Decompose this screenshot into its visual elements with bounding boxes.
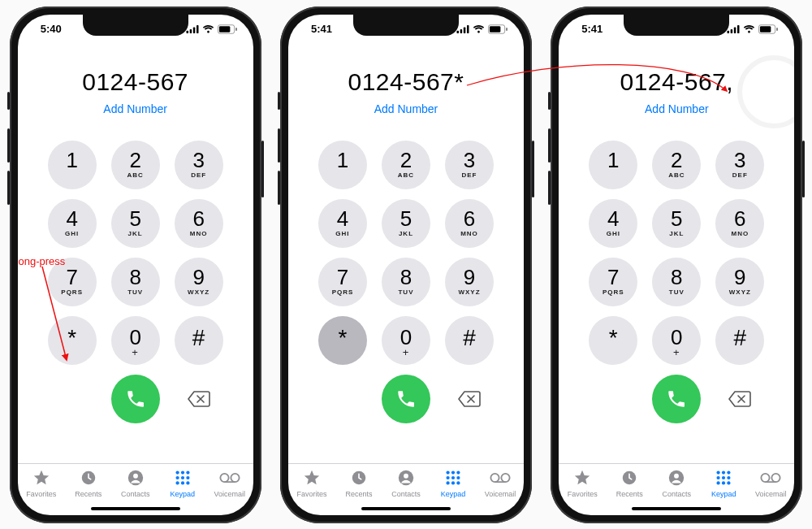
call-button[interactable] bbox=[652, 375, 701, 423]
svg-rect-24 bbox=[460, 29, 463, 33]
keypad-key-3[interactable]: 3DEF bbox=[715, 141, 764, 189]
keypad-key-0[interactable]: 0+ bbox=[111, 316, 160, 365]
keypad-key-hash[interactable]: # bbox=[445, 316, 494, 365]
keypad-key-7[interactable]: 7PQRS bbox=[318, 258, 367, 306]
iphone-frame-2: 5:41 0124-567* Add Number 12ABC3DEF4GHI5… bbox=[280, 7, 532, 523]
key-digit: 9 bbox=[464, 267, 475, 288]
tab-favorites[interactable]: Favorites bbox=[289, 469, 335, 498]
keypad-key-4[interactable]: 4GHI bbox=[589, 199, 637, 248]
keypad-key-0[interactable]: 0+ bbox=[652, 316, 701, 365]
key-letters: MNO bbox=[460, 230, 478, 238]
keypad-key-1[interactable]: 1 bbox=[48, 141, 97, 189]
keypad-key-9[interactable]: 9WXYZ bbox=[175, 258, 223, 306]
keypad-key-7[interactable]: 7PQRS bbox=[48, 258, 97, 306]
notch bbox=[83, 15, 188, 36]
call-button[interactable] bbox=[382, 375, 430, 423]
tab-keypad[interactable]: Keypad bbox=[160, 469, 205, 498]
keypad-key-5[interactable]: 5JKL bbox=[111, 199, 160, 248]
keypad-key-9[interactable]: 9WXYZ bbox=[715, 258, 764, 306]
key-digit: 1 bbox=[607, 150, 619, 171]
key-digit: 4 bbox=[337, 208, 348, 229]
recents-icon bbox=[350, 469, 368, 488]
tab-voicemail[interactable]: Voicemail bbox=[477, 469, 523, 498]
key-digit: 8 bbox=[671, 267, 682, 288]
svg-point-14 bbox=[181, 475, 184, 479]
svg-rect-25 bbox=[464, 27, 466, 33]
add-number-link[interactable]: Add Number bbox=[374, 102, 438, 115]
tab-favorites[interactable]: Favorites bbox=[559, 469, 605, 498]
tab-recents[interactable]: Recents bbox=[66, 469, 111, 498]
keypad-key-2[interactable]: 2ABC bbox=[652, 141, 701, 189]
keypad-key-3[interactable]: 3DEF bbox=[445, 141, 494, 189]
key-digit: 7 bbox=[607, 267, 619, 288]
key-letters: ABC bbox=[127, 171, 143, 180]
tab-favorites[interactable]: Favorites bbox=[19, 469, 64, 498]
svg-point-12 bbox=[186, 470, 189, 474]
key-letters: WXYZ bbox=[458, 288, 480, 297]
svg-rect-47 bbox=[734, 27, 736, 33]
tab-label: Favorites bbox=[26, 490, 56, 498]
call-button[interactable] bbox=[111, 375, 160, 423]
tab-keypad[interactable]: Keypad bbox=[430, 469, 476, 498]
tab-keypad[interactable]: Keypad bbox=[701, 469, 746, 498]
svg-point-37 bbox=[451, 475, 455, 479]
delete-button[interactable] bbox=[715, 375, 764, 423]
keypad-key-star[interactable]: * bbox=[48, 316, 97, 365]
keypad-key-6[interactable]: 6MNO bbox=[175, 199, 223, 248]
key-letters: TUV bbox=[127, 288, 143, 297]
key-digit: 9 bbox=[734, 267, 745, 288]
keypad-key-4[interactable]: 4GHI bbox=[48, 199, 97, 248]
svg-rect-3 bbox=[197, 25, 199, 33]
keypad-key-6[interactable]: 6MNO bbox=[445, 199, 494, 248]
keypad-key-hash[interactable]: # bbox=[715, 316, 764, 365]
key-letters: DEF bbox=[461, 171, 477, 180]
tab-recents[interactable]: Recents bbox=[607, 469, 652, 498]
keypad-key-8[interactable]: 8TUV bbox=[382, 258, 430, 306]
svg-rect-48 bbox=[737, 25, 740, 33]
key-digit: 5 bbox=[129, 208, 140, 229]
tab-label: Keypad bbox=[441, 490, 466, 498]
keypad-key-star[interactable]: * bbox=[589, 316, 637, 365]
svg-point-16 bbox=[175, 481, 179, 484]
keypad-key-5[interactable]: 5JKL bbox=[652, 199, 701, 248]
tab-label: Keypad bbox=[711, 490, 736, 498]
screen: 5:41 0124-567* Add Number 12ABC3DEF4GHI5… bbox=[288, 15, 524, 515]
keypad-key-6[interactable]: 6MNO bbox=[715, 199, 764, 248]
keypad-key-8[interactable]: 8TUV bbox=[111, 258, 160, 306]
keypad-key-5[interactable]: 5JKL bbox=[382, 199, 430, 248]
delete-button[interactable] bbox=[175, 375, 223, 423]
volume-down-button bbox=[7, 171, 10, 205]
keypad-key-8[interactable]: 8TUV bbox=[652, 258, 701, 306]
keypad-key-2[interactable]: 2ABC bbox=[382, 141, 430, 189]
tab-contacts[interactable]: Contacts bbox=[654, 469, 699, 498]
wifi-icon bbox=[473, 24, 485, 33]
keypad-key-7[interactable]: 7PQRS bbox=[589, 258, 637, 306]
svg-rect-45 bbox=[728, 30, 730, 33]
tab-voicemail[interactable]: Voicemail bbox=[207, 469, 253, 498]
keypad-key-4[interactable]: 4GHI bbox=[318, 199, 367, 248]
keypad-key-9[interactable]: 9WXYZ bbox=[445, 258, 494, 306]
dialed-number: 0124-567* bbox=[288, 68, 524, 96]
keypad-key-0[interactable]: 0+ bbox=[382, 316, 430, 365]
keypad-key-1[interactable]: 1 bbox=[318, 141, 367, 189]
keypad: 12ABC3DEF4GHI5JKL6MNO7PQRS8TUV9WXYZ*0+# bbox=[18, 116, 253, 463]
keypad-key-star[interactable]: * bbox=[318, 316, 367, 365]
keypad-key-1[interactable]: 1 bbox=[589, 141, 637, 189]
keypad-key-2[interactable]: 2ABC bbox=[111, 141, 160, 189]
svg-point-32 bbox=[404, 473, 408, 478]
tab-voicemail[interactable]: Voicemail bbox=[748, 469, 793, 498]
add-number-link[interactable]: Add Number bbox=[645, 102, 709, 115]
tab-recents[interactable]: Recents bbox=[336, 469, 382, 498]
svg-point-19 bbox=[220, 473, 228, 481]
delete-button[interactable] bbox=[445, 375, 494, 423]
add-number-link[interactable]: Add Number bbox=[103, 102, 167, 115]
tab-label: Voicemail bbox=[485, 490, 516, 498]
tab-contacts[interactable]: Contacts bbox=[383, 469, 429, 498]
key-digit: * bbox=[339, 329, 348, 347]
key-digit: 4 bbox=[66, 208, 77, 229]
tab-contacts[interactable]: Contacts bbox=[113, 469, 158, 498]
keypad-key-hash[interactable]: # bbox=[175, 316, 223, 365]
keypad-key-3[interactable]: 3DEF bbox=[175, 141, 223, 189]
svg-point-58 bbox=[717, 475, 720, 479]
svg-point-55 bbox=[717, 470, 720, 474]
